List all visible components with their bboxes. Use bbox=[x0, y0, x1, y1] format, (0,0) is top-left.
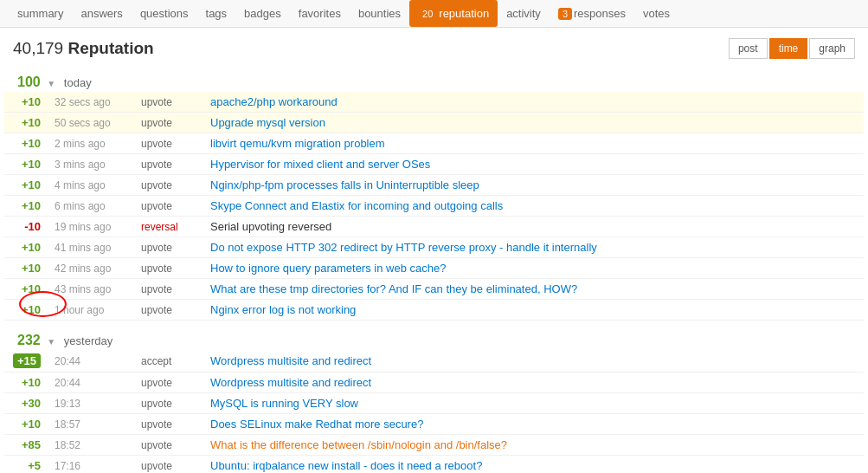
row-link[interactable]: apache2/php workaround bbox=[210, 95, 338, 108]
table-row: +10 18:57 upvote Does SELinux make Redha… bbox=[4, 414, 864, 435]
row-link[interactable]: MySQL is running VERY slow bbox=[210, 397, 358, 410]
row-text[interactable]: What is the difference between /sbin/nol… bbox=[203, 435, 864, 456]
row-score: +10 bbox=[4, 196, 48, 217]
nav-bounties[interactable]: bounties bbox=[350, 0, 409, 27]
row-text[interactable]: Nginx/php-fpm processes falls in Uninter… bbox=[203, 175, 864, 196]
content-area: 100 ▼ today +10 32 secs ago upvote apach… bbox=[0, 69, 868, 473]
row-time: 2 mins ago bbox=[48, 133, 134, 154]
row-link[interactable]: What is the difference between /sbin/nol… bbox=[210, 438, 507, 451]
nav-responses[interactable]: 3responses bbox=[550, 0, 634, 27]
row-link[interactable]: Skype Connect and Elastix for incoming a… bbox=[210, 199, 503, 212]
today-arrow: ▼ bbox=[47, 79, 55, 88]
row-time: 50 secs ago bbox=[48, 113, 134, 133]
row-text[interactable]: MySQL is running VERY slow bbox=[203, 393, 864, 414]
row-text[interactable]: libvirt qemu/kvm migration problem bbox=[203, 133, 864, 154]
row-action: upvote bbox=[134, 196, 203, 217]
row-link[interactable]: What are these tmp directories for? And … bbox=[210, 282, 577, 295]
row-text[interactable]: Do not expose HTTP 302 redirect by HTTP … bbox=[203, 237, 864, 258]
row-time: 19:13 bbox=[48, 393, 134, 414]
row-score: +10 bbox=[4, 154, 48, 175]
row-text[interactable]: Does SELinux make Redhat more secure? bbox=[203, 414, 864, 435]
row-text[interactable]: Wordpress multisite and redirect bbox=[203, 373, 864, 393]
row-time: 42 mins ago bbox=[48, 258, 134, 279]
nav-votes[interactable]: votes bbox=[634, 0, 678, 27]
table-row: +10 4 mins ago upvote Nginx/php-fpm proc… bbox=[4, 175, 864, 196]
row-time: 20:44 bbox=[48, 350, 134, 373]
row-action: upvote bbox=[134, 435, 203, 456]
table-row: +10 6 mins ago upvote Skype Connect and … bbox=[4, 196, 864, 217]
row-link[interactable]: Do not expose HTTP 302 redirect by HTTP … bbox=[210, 241, 597, 254]
row-time: 32 secs ago bbox=[48, 92, 134, 113]
row-text[interactable]: Ubuntu: irqbalance new install - does it… bbox=[203, 456, 864, 474]
reputation-count: 40,179 bbox=[13, 39, 63, 57]
row-link[interactable]: Nginx/php-fpm processes falls in Uninter… bbox=[210, 178, 479, 191]
yesterday-arrow: ▼ bbox=[47, 337, 55, 347]
row-time: 20:44 bbox=[48, 373, 134, 393]
row-link[interactable]: Does SELinux make Redhat more secure? bbox=[210, 418, 423, 431]
row-text[interactable]: Hypervisor for mixed client and server O… bbox=[203, 154, 864, 175]
row-score: +10 bbox=[4, 414, 48, 435]
row-time: 17:16 bbox=[48, 456, 134, 474]
row-text[interactable]: How to ignore query parameters in web ca… bbox=[203, 258, 864, 279]
nav-favorites[interactable]: favorites bbox=[290, 0, 350, 27]
row-action: upvote bbox=[134, 456, 203, 474]
row-link[interactable]: Wordpress multisite and redirect bbox=[210, 354, 371, 367]
row-time: 41 mins ago bbox=[48, 237, 134, 258]
table-row: +10 43 mins ago upvote What are these tm… bbox=[4, 279, 864, 300]
table-row: +10 2 mins ago upvote libvirt qemu/kvm m… bbox=[4, 133, 864, 154]
row-score: +5 bbox=[4, 456, 48, 474]
responses-badge: 3 bbox=[558, 8, 572, 20]
page-header: 40,179 Reputation post time graph bbox=[0, 28, 868, 69]
row-link[interactable]: Hypervisor for mixed client and server O… bbox=[210, 158, 430, 171]
today-label: today bbox=[64, 76, 92, 89]
row-action: upvote bbox=[134, 258, 203, 279]
row-link[interactable]: Nginx error log is not working bbox=[210, 303, 356, 316]
row-time: 18:52 bbox=[48, 435, 134, 456]
table-row: +85 18:52 upvote What is the difference … bbox=[4, 435, 864, 456]
nav-reputation[interactable]: 20reputation bbox=[409, 0, 498, 27]
table-row: +30 19:13 upvote MySQL is running VERY s… bbox=[4, 393, 864, 414]
view-graph-button[interactable]: graph bbox=[809, 38, 855, 59]
row-time: 6 mins ago bbox=[48, 196, 134, 217]
today-score: 100 bbox=[17, 75, 41, 89]
nav-badges[interactable]: badges bbox=[235, 0, 290, 27]
nav-questions[interactable]: questions bbox=[132, 0, 197, 27]
row-action: upvote bbox=[134, 279, 203, 300]
nav-summary[interactable]: summary bbox=[9, 0, 72, 27]
table-row: +10 32 secs ago upvote apache2/php worka… bbox=[4, 92, 864, 113]
row-link[interactable]: Wordpress multisite and redirect bbox=[210, 376, 371, 389]
nav-activity[interactable]: activity bbox=[498, 0, 550, 27]
table-row: +10 1 hour ago upvote Nginx error log is… bbox=[4, 300, 864, 321]
row-text[interactable]: apache2/php workaround bbox=[203, 92, 864, 113]
row-score: +10 bbox=[4, 113, 48, 133]
view-time-button[interactable]: time bbox=[769, 38, 808, 59]
row-score: +10 bbox=[4, 258, 48, 279]
yesterday-score: 232 bbox=[17, 333, 41, 347]
view-post-button[interactable]: post bbox=[729, 38, 768, 59]
row-action: upvote bbox=[134, 133, 203, 154]
nav-bar: summary answers questions tags badges fa… bbox=[0, 0, 868, 28]
table-row: +10 41 mins ago upvote Do not expose HTT… bbox=[4, 237, 864, 258]
row-action: upvote bbox=[134, 92, 203, 113]
table-row: +10 3 mins ago upvote Hypervisor for mix… bbox=[4, 154, 864, 175]
section-today-header: 100 ▼ today bbox=[4, 69, 864, 92]
row-link[interactable]: Upgrade mysql version bbox=[210, 116, 325, 129]
row-link[interactable]: How to ignore query parameters in web ca… bbox=[210, 262, 446, 275]
row-text[interactable]: Upgrade mysql version bbox=[203, 113, 864, 133]
row-text[interactable]: Skype Connect and Elastix for incoming a… bbox=[203, 196, 864, 217]
row-score: +10 bbox=[4, 300, 48, 321]
yesterday-table: +15 20:44 accept Wordpress multisite and… bbox=[4, 350, 864, 473]
row-text[interactable]: Wordpress multisite and redirect bbox=[203, 350, 864, 373]
row-score: +30 bbox=[4, 393, 48, 414]
row-action: reversal bbox=[134, 217, 203, 237]
yesterday-label: yesterday bbox=[64, 334, 113, 347]
row-action: upvote bbox=[134, 373, 203, 393]
row-text[interactable]: Nginx error log is not working bbox=[203, 300, 864, 321]
row-link[interactable]: Ubuntu: irqbalance new install - does it… bbox=[210, 459, 482, 472]
row-link[interactable]: libvirt qemu/kvm migration problem bbox=[210, 137, 385, 150]
page-title: 40,179 Reputation bbox=[13, 39, 154, 58]
nav-tags[interactable]: tags bbox=[197, 0, 236, 27]
nav-answers[interactable]: answers bbox=[72, 0, 131, 27]
table-row: -10 19 mins ago reversal Serial upvoting… bbox=[4, 217, 864, 237]
row-text[interactable]: What are these tmp directories for? And … bbox=[203, 279, 864, 300]
